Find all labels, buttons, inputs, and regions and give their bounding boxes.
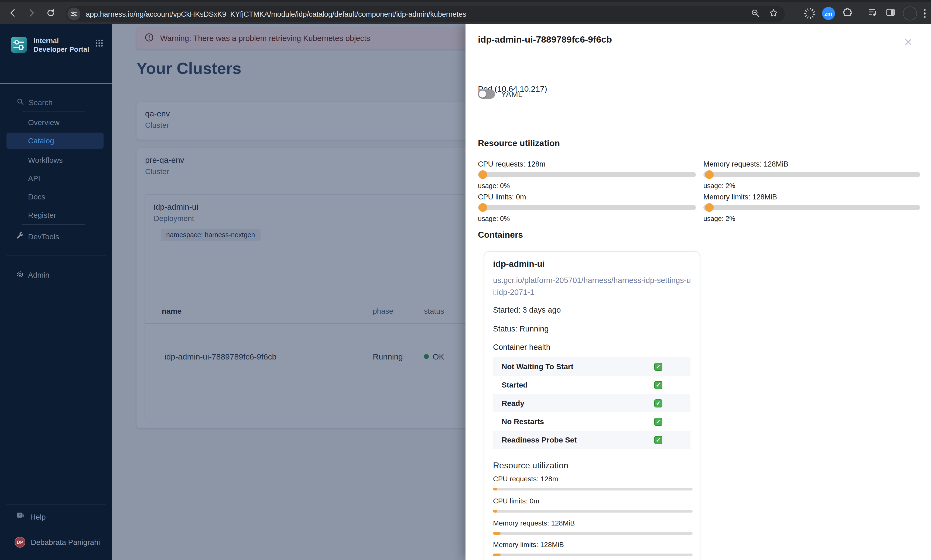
sidebar-item-devtools[interactable]: DevTools bbox=[28, 232, 59, 241]
svg-text:?: ? bbox=[18, 513, 21, 517]
check-icon: ✓ bbox=[654, 417, 662, 426]
sidebar: Internal Developer Portal Search Overvie… bbox=[0, 24, 112, 560]
module-grid-icon[interactable] bbox=[95, 39, 103, 55]
container-card: idp-admin-ui us.gcr.io/platform-205701/h… bbox=[484, 251, 700, 560]
brand-row: Internal Developer Portal bbox=[11, 37, 103, 55]
gear-icon bbox=[15, 270, 24, 281]
forward-icon[interactable] bbox=[26, 8, 37, 18]
metric-cpu-requests: CPU requests: 128m usage: 0% bbox=[478, 160, 696, 190]
browser-toolbar: app.harness.io/ng/account/vpCkHKsDSxK9_K… bbox=[0, 0, 931, 24]
sidebar-item-docs[interactable]: Docs bbox=[28, 192, 45, 201]
check-icon: ✓ bbox=[654, 363, 662, 371]
metric-usage: usage: 2% bbox=[703, 215, 920, 223]
drawer-title: idp-admin-ui-7889789fc6-9f6cb bbox=[478, 34, 612, 45]
sidebar-item-overview[interactable]: Overview bbox=[28, 118, 60, 127]
sidebar-item-workflows[interactable]: Workflows bbox=[28, 156, 63, 165]
containers-heading: Containers bbox=[478, 230, 523, 240]
mini-metric-label: Memory limits: 128MiB bbox=[493, 541, 692, 549]
sidebar-item-catalog[interactable]: Catalog bbox=[6, 132, 103, 149]
metric-usage: usage: 0% bbox=[478, 182, 696, 190]
url-text[interactable]: app.harness.io/ng/account/vpCkHKsDSxK9_K… bbox=[86, 10, 751, 18]
help-label: Help bbox=[30, 512, 46, 521]
sidebar-item-api[interactable]: API bbox=[28, 174, 40, 183]
user-avatar: DP bbox=[15, 537, 25, 548]
brand-divider bbox=[0, 83, 112, 84]
pod-details-drawer: idp-admin-ui-7889789fc6-9f6cb Pod (10.64… bbox=[466, 24, 931, 560]
health-check-label: Readiness Probe Set bbox=[493, 435, 577, 444]
metric-memory-requests: Memory requests: 128MiB usage: 2% bbox=[703, 160, 920, 190]
sidebar-divider-1 bbox=[22, 224, 85, 225]
help-chat-icon: ? bbox=[15, 511, 25, 522]
sidebar-item-register[interactable]: Register bbox=[28, 211, 56, 219]
search-label: Search bbox=[29, 98, 52, 107]
health-check-label: Not Waiting To Start bbox=[493, 362, 573, 371]
bookmark-star-icon[interactable] bbox=[769, 8, 778, 20]
container-image: us.gcr.io/platform-205701/harness/harnes… bbox=[493, 275, 694, 298]
brand-title: Internal Developer Portal bbox=[34, 37, 92, 55]
url-bar-actions bbox=[751, 8, 778, 20]
back-icon[interactable] bbox=[8, 8, 18, 18]
health-row: Ready ✓ bbox=[493, 394, 691, 412]
metric-label: CPU limits: 0m bbox=[478, 193, 696, 201]
mini-metric-bar bbox=[493, 510, 692, 512]
sidebar-item-admin[interactable]: Admin bbox=[28, 271, 49, 279]
yaml-toggle-row: YAML bbox=[478, 89, 523, 98]
yaml-toggle[interactable] bbox=[478, 89, 495, 98]
screen: app.harness.io/ng/account/vpCkHKsDSxK9_K… bbox=[0, 0, 931, 560]
extensions-puzzle-icon[interactable] bbox=[842, 7, 852, 20]
metric-bar bbox=[478, 205, 696, 210]
mini-metric-cpu-requests: CPU requests: 128m bbox=[493, 475, 692, 491]
reload-icon[interactable] bbox=[45, 8, 56, 18]
zoom-level-icon[interactable] bbox=[751, 8, 760, 20]
metric-usage: usage: 2% bbox=[703, 182, 920, 190]
wrench-icon bbox=[15, 232, 24, 243]
check-icon: ✓ bbox=[654, 436, 662, 444]
user-name: Debabrata Panigrahi bbox=[31, 538, 100, 546]
site-controls-icon[interactable] bbox=[68, 8, 80, 20]
resource-utilization-heading: Resource utilization bbox=[478, 138, 560, 148]
metric-usage: usage: 0% bbox=[478, 215, 696, 223]
browser-profile-avatar[interactable] bbox=[903, 6, 917, 20]
health-row: No Restarts ✓ bbox=[493, 412, 691, 431]
health-row: Not Waiting To Start ✓ bbox=[493, 357, 691, 376]
metric-bar bbox=[703, 172, 920, 177]
container-started: Started: 3 days ago bbox=[493, 306, 561, 314]
metric-bar bbox=[478, 172, 696, 177]
sidebar-divider-2 bbox=[6, 255, 106, 255]
health-row: Readiness Probe Set ✓ bbox=[493, 431, 691, 449]
mini-metric-bar bbox=[493, 532, 692, 535]
mini-metric-label: CPU requests: 128m bbox=[493, 475, 692, 483]
search-underline bbox=[22, 112, 85, 112]
zoom-extension-icon[interactable]: zm bbox=[822, 7, 835, 20]
mini-metric-cpu-limits: CPU limits: 0m bbox=[493, 497, 692, 512]
mini-metric-bar bbox=[493, 488, 692, 491]
metric-label: Memory limits: 128MiB bbox=[703, 193, 920, 201]
metric-label: Memory requests: 128MiB bbox=[703, 160, 920, 168]
container-health-heading: Container health bbox=[493, 343, 550, 351]
sidebar-divider-bottom bbox=[6, 504, 106, 505]
container-status: Status: Running bbox=[493, 325, 549, 333]
health-check-label: Ready bbox=[493, 399, 524, 408]
health-check-label: Started bbox=[493, 380, 527, 389]
metric-label: CPU requests: 128m bbox=[478, 160, 696, 168]
mini-metric-label: CPU limits: 0m bbox=[493, 497, 692, 505]
toolbar-separator bbox=[860, 8, 860, 19]
close-icon[interactable] bbox=[904, 38, 914, 48]
search-icon bbox=[16, 98, 24, 107]
sidebar-user[interactable]: DP Debabrata Panigrahi bbox=[15, 537, 100, 548]
side-panel-icon[interactable] bbox=[885, 7, 896, 20]
media-playlist-icon[interactable] bbox=[867, 7, 878, 20]
url-bar[interactable]: app.harness.io/ng/account/vpCkHKsDSxK9_K… bbox=[66, 6, 785, 22]
browser-menu-icon[interactable] bbox=[924, 9, 926, 18]
check-icon: ✓ bbox=[654, 399, 662, 407]
sidebar-item-help[interactable]: ? Help bbox=[15, 511, 46, 522]
mini-metric-memory-requests: Memory requests: 128MiB bbox=[493, 519, 692, 535]
metric-cpu-limits: CPU limits: 0m usage: 0% bbox=[478, 193, 696, 223]
sidebar-item-catalog-label: Catalog bbox=[28, 136, 54, 145]
check-icon: ✓ bbox=[654, 381, 662, 389]
mini-metric-label: Memory requests: 128MiB bbox=[493, 519, 692, 527]
sidebar-search[interactable]: Search bbox=[16, 98, 52, 107]
mini-metric-memory-limits: Memory limits: 128MiB bbox=[493, 541, 692, 556]
metric-bar bbox=[703, 205, 920, 210]
spinner-extension-icon[interactable] bbox=[804, 8, 815, 19]
